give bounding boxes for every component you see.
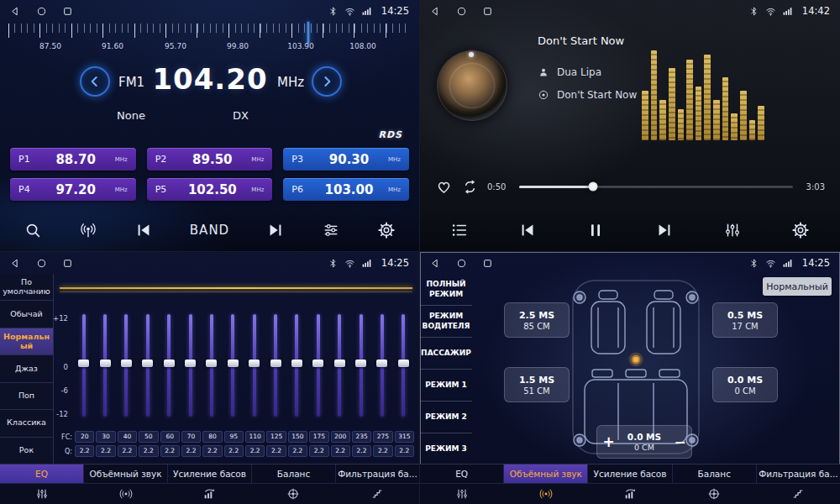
previous-track-button[interactable] [515,218,540,243]
mode-3[interactable]: РЕЖИМ 3 [420,433,472,465]
eq-band-slider[interactable] [201,311,222,423]
nav-home-icon[interactable] [456,6,467,17]
delay-front-right[interactable]: 0.5 MS 17 CM [712,302,778,338]
eq-slider-handle[interactable] [100,360,111,367]
surround-tab-icon[interactable] [84,484,168,504]
surround-tab-icon[interactable] [504,484,588,504]
tab-filter[interactable]: Фильтрация ба... [336,465,419,483]
seek-bar[interactable] [519,186,792,188]
eq-band-slider[interactable] [180,311,201,423]
nav-back-icon[interactable] [430,6,441,17]
mode-passenger[interactable]: ПАССАЖИР [420,338,472,370]
nav-home-icon[interactable] [36,6,47,17]
tab-eq[interactable]: EQ [420,465,504,483]
search-button[interactable] [20,218,45,243]
eq-slider-handle[interactable] [398,360,409,367]
tab-surround[interactable]: Объёмный звук [504,465,588,483]
balance-tab-icon[interactable] [251,484,335,504]
next-button[interactable] [263,218,288,243]
eq-band-slider[interactable] [116,311,137,423]
eq-band-slider[interactable] [73,311,94,423]
eq-band-slider[interactable] [223,311,244,423]
nav-recents-icon[interactable] [62,258,73,269]
playlist-button[interactable] [447,218,472,243]
nav-back-icon[interactable] [10,258,21,269]
filter-tab-icon[interactable] [756,484,840,504]
nav-recents-icon[interactable] [482,6,493,17]
eq-preset-custom[interactable]: Обычай [0,301,53,328]
nav-home-icon[interactable] [36,258,47,269]
preset-p1[interactable]: P1 88.70 MHz [10,148,136,171]
mode-2[interactable]: РЕЖИМ 2 [420,402,472,433]
broadcast-button[interactable] [76,218,101,243]
nav-back-icon[interactable] [10,6,21,17]
eq-slider-handle[interactable] [78,360,89,367]
settings-button[interactable] [788,218,813,243]
eq-band-slider[interactable] [371,311,392,423]
eq-slider-handle[interactable] [185,360,196,367]
eq-slider-handle[interactable] [164,360,175,367]
mode-1[interactable]: РЕЖИМ 1 [420,370,472,402]
eq-slider-handle[interactable] [291,360,302,367]
eq-slider-handle[interactable] [355,360,366,367]
preset-p2[interactable]: P2 89.50 MHz [147,148,273,171]
eq-slider-handle[interactable] [228,360,239,367]
tab-bass-boost[interactable]: Усиление басов [588,465,672,483]
delay-front-left[interactable]: 2.5 MS 85 CM [504,302,570,338]
seek-knob[interactable] [589,182,598,192]
bass-boost-tab-icon[interactable] [168,484,252,504]
frequency-ruler[interactable]: 87.50 91.60 95.70 99.80 103.90 108.00 [8,24,411,54]
profile-button[interactable]: Нормальный [763,277,832,296]
eq-slider-handle[interactable] [312,360,323,367]
previous-button[interactable] [131,218,156,243]
band-button[interactable]: BAND [186,219,233,241]
eq-slider-handle[interactable] [206,360,217,367]
nav-recents-icon[interactable] [482,258,493,269]
preset-p5[interactable]: P5 102.50 MHz [147,178,273,201]
eq-tab-icon[interactable] [0,484,84,504]
favorite-button[interactable] [435,178,453,196]
tab-eq[interactable]: EQ [0,465,84,483]
eq-preset-jazz[interactable]: Джаз [0,355,53,382]
preset-p3[interactable]: P3 90.30 MHz [283,148,409,171]
eq-slider-handle[interactable] [376,360,387,367]
tab-surround[interactable]: Объёмный звук [84,465,168,483]
tab-balance[interactable]: Баланс [252,465,336,483]
eq-band-slider[interactable] [137,311,158,423]
eq-preset-normal[interactable]: Нормальный [0,328,53,355]
eq-slider-handle[interactable] [249,360,260,367]
eq-band-slider[interactable] [307,311,328,423]
eq-adjust-button[interactable] [318,218,344,243]
eq-band-slider[interactable] [244,311,265,423]
eq-band-slider[interactable] [159,311,180,423]
eq-band-slider[interactable] [94,311,115,423]
seek-down-button[interactable] [80,66,110,97]
eq-band-slider[interactable] [265,311,286,423]
settings-button[interactable] [374,218,399,243]
eq-preset-rock[interactable]: Рок [0,438,53,465]
bass-boost-tab-icon[interactable] [588,484,672,504]
delay-increase-button[interactable]: + [597,433,620,450]
preset-p6[interactable]: P6 103.00 MHz [283,178,409,201]
eq-tab-icon[interactable] [420,484,504,504]
nav-home-icon[interactable] [456,258,467,269]
seek-up-button[interactable] [312,66,342,97]
balance-tab-icon[interactable] [672,484,756,504]
eq-band-slider[interactable] [286,311,307,423]
filter-tab-icon[interactable] [335,484,419,504]
eq-preset-pop[interactable]: Поп [0,383,53,410]
eq-band-slider[interactable] [393,311,414,423]
eq-slider-handle[interactable] [142,360,153,367]
delay-rear-left[interactable]: 1.5 MS 51 CM [504,367,570,402]
eq-slider-handle[interactable] [121,360,132,367]
eq-adjust-button[interactable] [720,218,745,243]
pause-button[interactable] [583,218,608,243]
mode-driver[interactable]: РЕЖИМ ВОДИТЕЛЯ [420,306,472,338]
delay-rear-right[interactable]: 0.0 MS 0 CM [712,367,778,402]
eq-preset-default[interactable]: По умолчанию [0,274,53,301]
next-track-button[interactable] [652,218,677,243]
eq-slider-handle[interactable] [334,360,345,367]
eq-band-slider[interactable] [329,311,350,423]
nav-back-icon[interactable] [430,258,441,269]
eq-preset-classic[interactable]: Классика [0,410,53,437]
